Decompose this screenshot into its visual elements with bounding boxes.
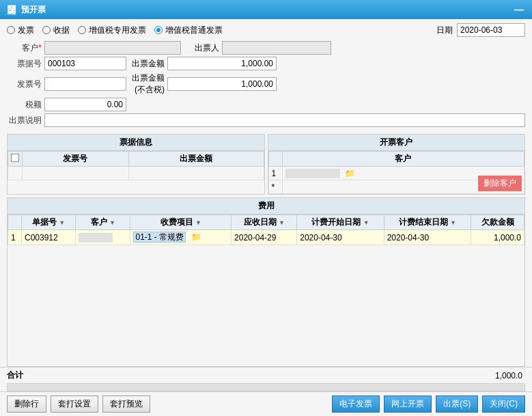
th-amount: 欠款金额 (471, 215, 524, 230)
th-fapiaohao: 发票号 (23, 152, 129, 167)
shuie-input[interactable] (44, 98, 126, 111)
fees-customer-name (79, 233, 113, 242)
radio-label-shouju: 收据 (53, 25, 70, 36)
customer-panel-header: 开票客户 (268, 135, 525, 151)
chupiaojine-input[interactable] (167, 57, 277, 70)
minimize-button[interactable]: — (512, 4, 527, 15)
fees-row-1-yingshoudaté: 2020-04-29 (232, 230, 297, 245)
horizontal-scrollbar[interactable] (7, 383, 525, 391)
th-danjuhao: 单据号 ▼ (22, 215, 76, 230)
radio-shouju[interactable]: 收据 (42, 25, 70, 36)
print-preview-button[interactable]: 套打预览 (102, 396, 150, 413)
chupiaojine-label: 出票金额 (126, 58, 167, 70)
ticket-info-table: 发票号 出票金额 (8, 151, 264, 180)
th-fees-customer: 客户 ▼ (75, 215, 130, 230)
customer-row-1-name (285, 169, 340, 178)
sort-enddate[interactable]: ▼ (450, 219, 456, 226)
folder-icon-1[interactable]: 📁 (345, 169, 355, 178)
shuie-row: 税额 (7, 98, 525, 111)
radio-row: 发票 收据 增值税专用发票 增值税普通发票 日期 (7, 23, 525, 37)
footer-total-label: 合计 (7, 370, 48, 381)
form-area: 发票 收据 增值税专用发票 增值税普通发票 日期 客户 出票人 (0, 19, 532, 134)
remark-row: 出票说明 (7, 113, 525, 127)
radio-label-zengzhuan: 增值税专用发票 (89, 25, 146, 36)
fees-row-1-enddate: 2020-04-30 (384, 230, 471, 245)
radio-label-fapiao: 发票 (18, 25, 34, 36)
fees-row-1-danjuhao: C003912 (22, 230, 76, 245)
ticket-empty-row (8, 167, 264, 180)
date-label: 日期 (436, 25, 453, 36)
radio-zengzhuan[interactable]: 增值税专用发票 (78, 25, 146, 36)
fees-header: 费用 (8, 198, 524, 214)
footer-total-amount: 1,000.0 (471, 371, 525, 380)
ticket-info-tbody (8, 167, 264, 180)
radio-circle-putong (154, 26, 163, 34)
piaojuhao-row: 票据号 出票金额 (7, 57, 525, 70)
online-invoice-button[interactable]: 网上开票 (384, 396, 432, 413)
sort-yingshoudaté[interactable]: ▼ (279, 219, 285, 226)
customer-row-1-num: 1 (268, 167, 282, 180)
th-yingshoudate: 应收日期 ▼ (232, 215, 297, 230)
date-input[interactable] (457, 23, 525, 37)
fees-row-1-customer (75, 230, 130, 245)
delete-row-button[interactable]: 删除行 (7, 396, 46, 413)
title-icon: 🧾 (5, 4, 17, 15)
th-num (268, 152, 282, 167)
fapiaohao-label: 发票号 (7, 79, 44, 90)
title-controls: — (512, 4, 527, 15)
issue-button[interactable]: 出票(S) (436, 396, 478, 413)
fees-folder-icon[interactable]: 📁 (191, 232, 201, 242)
piaojuhao-input[interactable] (44, 57, 126, 70)
chupiaoreen-label: 出票人 (181, 42, 222, 54)
radio-circle-shouju (42, 26, 51, 34)
btn-bar: 删除行 套打设置 套打预览 电子发票 网上开票 出票(S) 关闭(C) (0, 391, 532, 416)
sort-item[interactable]: ▼ (195, 219, 201, 226)
th-fees-item: 收费项目 ▼ (130, 215, 232, 230)
customer-panel: 开票客户 客户 1 📁 (268, 134, 526, 195)
th-fees-index (8, 215, 22, 230)
customer-input[interactable] (44, 41, 181, 55)
title-text: 预开票 (21, 4, 46, 16)
title-bar: 🧾 预开票 — (0, 0, 532, 19)
main-container: 发票 收据 增值税专用发票 增值税普通发票 日期 客户 出票人 (0, 19, 532, 416)
chupiaoreen-input[interactable] (222, 41, 331, 55)
panels-row: 票据信息 发票号 出票金额 开票客户 (0, 134, 532, 195)
th-customer: 客户 (282, 152, 524, 167)
chupiaojine-notax-input[interactable] (167, 77, 277, 91)
fees-row-1-item: 01-1 - 常规费 📁 (130, 230, 232, 245)
sort-startdate[interactable]: ▼ (363, 219, 369, 226)
delete-customer-button[interactable]: 删除客户 (478, 176, 522, 191)
date-group: 日期 (436, 23, 525, 37)
th-checkbox (8, 152, 23, 167)
footer-row: 合计 1,000.0 (0, 367, 532, 383)
shuie-label: 税额 (7, 99, 44, 111)
radio-fapiao[interactable]: 发票 (7, 25, 34, 36)
e-invoice-button[interactable]: 电子发票 (332, 396, 380, 413)
fees-row-1: 1 C003912 01-1 - 常规费 📁 2020-04-29 2020-0… (8, 230, 524, 245)
sort-danjuhao[interactable]: ▼ (59, 219, 65, 226)
close-button[interactable]: 关闭(C) (482, 396, 525, 413)
fees-item-tag: 01-1 - 常规费 (133, 232, 186, 242)
customer-row: 客户 出票人 (7, 41, 525, 55)
radio-putong[interactable]: 增值税普通发票 (154, 25, 223, 36)
fees-tbody: 1 C003912 01-1 - 常规费 📁 2020-04-29 2020-0… (8, 230, 524, 245)
remark-input[interactable] (44, 113, 525, 127)
print-settings-button[interactable]: 套打设置 (51, 396, 98, 413)
fees-section: 费用 单据号 ▼ 客户 ▼ 收费项目 ▼ 应收日期 ▼ 计费开始日期 ▼ 计费结… (7, 197, 525, 367)
customer-label: 客户 (7, 42, 44, 54)
ticket-info-panel: 票据信息 发票号 出票金额 (7, 134, 265, 195)
fees-table: 单据号 ▼ 客户 ▼ 收费项目 ▼ 应收日期 ▼ 计费开始日期 ▼ 计费结束日期… (8, 214, 524, 245)
fees-row-1-startdate: 2020-04-30 (297, 230, 384, 245)
chupiaojine-notax-label: 出票金额(不含税) (126, 72, 167, 96)
radio-circle-zengzhuan (78, 26, 86, 34)
th-chupiaojine: 出票金额 (128, 152, 264, 167)
fees-table-header-row: 单据号 ▼ 客户 ▼ 收费项目 ▼ 应收日期 ▼ 计费开始日期 ▼ 计费结束日期… (8, 215, 524, 230)
ticket-info-header: 票据信息 (8, 135, 264, 151)
sort-customer[interactable]: ▼ (109, 219, 115, 226)
radio-circle-fapiao (7, 26, 15, 34)
header-checkbox[interactable] (11, 154, 19, 162)
th-enddate: 计费结束日期 ▼ (384, 215, 471, 230)
piaojuhao-label: 票据号 (7, 58, 44, 70)
fapiaohao-input[interactable] (44, 77, 126, 91)
fapiaohao-row: 发票号 出票金额(不含税) (7, 72, 525, 96)
